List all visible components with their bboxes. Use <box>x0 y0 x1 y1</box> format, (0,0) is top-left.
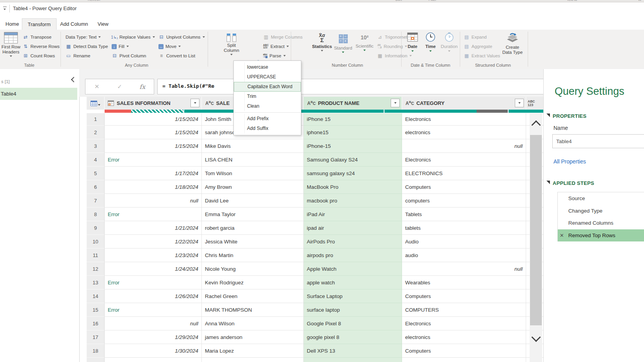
product-name-filter-button[interactable] <box>391 99 400 107</box>
cell-sales-information[interactable]: 1/21/2024 <box>105 221 202 235</box>
cell-category[interactable]: Computers <box>402 180 526 194</box>
cell-salesperson[interactable]: robert garcia <box>202 221 304 235</box>
cell-sales-information[interactable]: 1/26/2024 <box>105 289 202 303</box>
cell-sales-information[interactable]: 1/29/2024 <box>105 330 202 344</box>
row-number[interactable]: 4 <box>87 153 105 167</box>
cell-category[interactable]: audio <box>402 248 526 262</box>
row-number[interactable]: 14 <box>87 289 105 303</box>
cell-category[interactable]: Wearables <box>402 276 526 289</box>
cell-salesperson[interactable]: LISA CHEN <box>202 153 304 167</box>
cell-sales-information[interactable]: Error <box>105 303 202 317</box>
convert-to-list-button[interactable]: ≡Convert to List <box>158 51 195 60</box>
cell-product-name[interactable]: samsung galaxy s24 <box>304 167 402 180</box>
collapse-queries-pane-icon[interactable] <box>71 77 76 82</box>
cell-salesperson[interactable] <box>202 358 304 362</box>
cell-salesperson[interactable]: Maria Lopez <box>202 344 304 358</box>
cell-category[interactable]: Computers <box>402 344 526 358</box>
date-button[interactable]: Date <box>404 32 421 60</box>
column-header-sales-information[interactable]: SALES INFORMATION <box>105 97 202 110</box>
cell-category[interactable]: electronics <box>402 126 526 139</box>
tab-view[interactable]: View <box>92 18 114 30</box>
row-number[interactable]: 13 <box>87 276 105 289</box>
cell-category[interactable]: Computers <box>402 289 526 303</box>
cell-salesperson[interactable]: Nicole Young <box>202 262 304 276</box>
cancel-formula-icon[interactable]: ✕ <box>85 83 108 90</box>
parse-button[interactable]: abc⇢▦Parse <box>263 51 286 60</box>
row-number[interactable]: 10 <box>87 235 105 248</box>
menu-item-capitalize-each-word[interactable]: Capitalize Each Word <box>234 82 301 92</box>
cell-product-name[interactable]: Apple Watch <box>304 262 402 276</box>
tab-transform[interactable]: Transform <box>22 18 57 31</box>
cell-salesperson[interactable]: Chris Martin <box>202 248 304 262</box>
row-number[interactable]: 16 <box>87 317 105 330</box>
cell-product-name[interactable]: AirPods Pro <box>304 235 402 248</box>
cell-sales-information[interactable]: 1/22/2024 <box>105 235 202 248</box>
cell-product-name[interactable]: Dell XPS 13 <box>304 344 402 358</box>
row-number[interactable]: 12 <box>87 262 105 276</box>
cell-sales-information[interactable]: null <box>105 317 202 330</box>
first-row-headers-button[interactable]: First Row Headers <box>1 32 21 60</box>
menu-item-trim[interactable]: Trim <box>234 92 301 101</box>
menu-item-clean[interactable]: Clean <box>234 101 301 111</box>
row-number[interactable]: 17 <box>87 330 105 344</box>
tab-home[interactable]: Home <box>0 18 25 30</box>
cell-category[interactable] <box>402 358 526 362</box>
delete-step-icon[interactable]: ✕ <box>560 229 564 242</box>
cell-sales-information[interactable]: 1/15/2024 <box>105 139 202 153</box>
unpivot-columns-button[interactable]: ⊟Unpivot Columns <box>158 33 205 41</box>
tab-add-column[interactable]: Add Column <box>55 18 94 30</box>
row-number[interactable]: 1 <box>87 113 105 126</box>
applied-step-renamed-columns[interactable]: Renamed Columns <box>558 217 644 229</box>
row-number[interactable]: 18 <box>87 344 105 358</box>
cell-sales-information[interactable] <box>105 358 202 362</box>
row-number[interactable]: 9 <box>87 221 105 235</box>
cell-product-name[interactable]: google pixel 8 <box>304 330 402 344</box>
replace-values-button[interactable]: 1↳₂Replace Values <box>112 33 155 41</box>
row-number[interactable]: 3 <box>87 139 105 153</box>
cell-product-name[interactable] <box>304 358 402 362</box>
cell-category[interactable]: COMPUTERS <box>402 303 526 317</box>
cell-category[interactable]: ELECTRONICS <box>402 167 526 180</box>
cell-salesperson[interactable]: Emma Taylor <box>202 208 304 221</box>
row-number[interactable] <box>87 358 105 362</box>
cell-category[interactable]: Audio <box>402 235 526 248</box>
cell-product-name[interactable]: iphone15 <box>304 126 402 139</box>
menu-item-lowercase[interactable]: lowercase <box>234 62 301 72</box>
cell-category[interactable]: Electronics <box>402 153 526 167</box>
create-data-type-button[interactable]: Create Data Type <box>501 32 524 60</box>
cell-salesperson[interactable]: Kevin Rodriguez <box>202 276 304 289</box>
cell-category[interactable]: Tablets <box>402 208 526 221</box>
menu-item-add-prefix[interactable]: Add Prefix <box>234 114 301 124</box>
cell-product-name[interactable]: iPhone 15 <box>304 113 402 126</box>
cell-category[interactable]: Electronics <box>402 113 526 126</box>
cell-salesperson[interactable]: Anna Wilson <box>202 317 304 330</box>
query-name-input[interactable] <box>552 134 644 148</box>
scroll-down-icon[interactable] <box>531 332 541 342</box>
row-number[interactable]: 2 <box>87 126 105 139</box>
cell-salesperson[interactable]: james anderson <box>202 330 304 344</box>
fx-icon[interactable]: fx <box>131 83 154 90</box>
row-number[interactable]: 8 <box>87 208 105 221</box>
statistics-button[interactable]: X̄σΣ Statistics <box>312 32 332 60</box>
time-button[interactable]: Time <box>422 32 439 60</box>
cell-product-name[interactable]: Samsung Galaxy S24 <box>304 153 402 167</box>
cell-salesperson[interactable]: David Lee <box>202 194 304 208</box>
cell-sales-information[interactable]: null <box>105 194 202 208</box>
cell-sales-information[interactable]: 1/17/2024 <box>105 167 202 180</box>
applied-step-removed-top-rows[interactable]: ✕Removed Top Rows <box>558 229 644 242</box>
standard-button[interactable]: +−÷× Standard <box>333 32 353 60</box>
cell-product-name[interactable]: iPhone-15 <box>304 139 402 153</box>
column-header-partial[interactable]: ABC 123 <box>526 97 543 110</box>
row-number[interactable]: 5 <box>87 167 105 180</box>
cell-category[interactable]: null <box>402 139 526 153</box>
cell-product-name[interactable]: iPad Air <box>304 208 402 221</box>
quick-access-dropdown-icon[interactable] <box>3 6 7 11</box>
aggregate-button[interactable]: ▤Aggregate <box>464 42 492 51</box>
merge-columns-button[interactable]: ▥Merge Columns <box>263 33 302 41</box>
cell-product-name[interactable]: surface laptop <box>304 303 402 317</box>
row-number[interactable]: 6 <box>87 180 105 194</box>
cell-salesperson[interactable]: Tom Wilson <box>202 167 304 180</box>
cell-salesperson[interactable]: Mike Davis <box>202 139 304 153</box>
cell-sales-information[interactable]: 1/23/2024 <box>105 248 202 262</box>
duration-button[interactable]: Duration <box>439 32 459 60</box>
